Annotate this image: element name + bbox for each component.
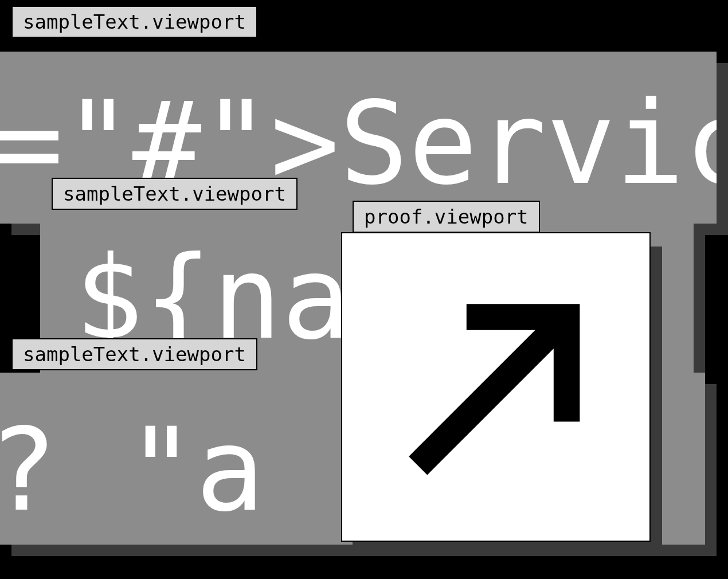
proof-panel[interactable] xyxy=(341,232,651,542)
window-tab[interactable]: sampleText.viewport xyxy=(11,6,257,38)
window-tab-label: proof.viewport xyxy=(364,205,529,228)
window-tab[interactable]: sampleText.viewport xyxy=(52,178,298,210)
window-tab[interactable]: proof.viewport xyxy=(353,201,540,233)
stage: ="#">Service sampleText.viewport ${name … xyxy=(0,0,728,579)
arrow-up-right-icon xyxy=(388,273,606,491)
window-tab-label: sampleText.viewport xyxy=(63,182,286,205)
window-tab-label: sampleText.viewport xyxy=(23,343,246,366)
window-tab[interactable]: sampleText.viewport xyxy=(11,338,257,370)
window-tab-label: sampleText.viewport xyxy=(23,10,246,33)
